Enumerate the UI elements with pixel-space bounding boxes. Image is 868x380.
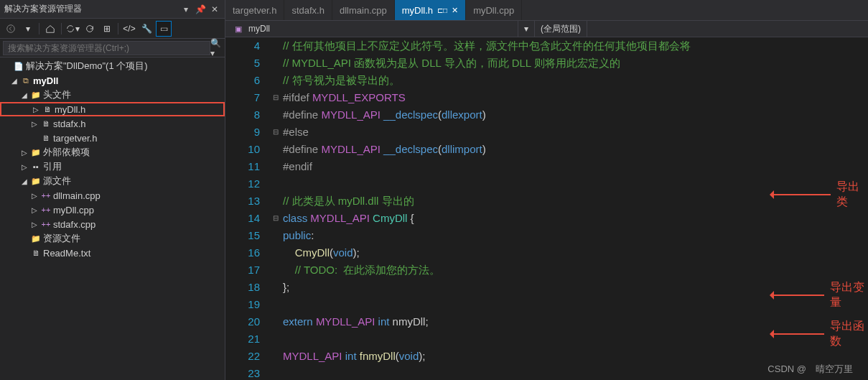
solution-icon: 📄 [13,60,24,72]
refresh-button[interactable] [82,21,98,37]
fold-gutter[interactable]: ⊟⊟⊟ [269,37,283,380]
code-content[interactable]: // 任何其他项目上不应定义此符号。这样，源文件中包含此文件的任何其他项目都会将… [283,37,868,380]
back-button[interactable] [3,21,19,37]
h-file-icon: 🗎 [40,118,52,129]
tab-label: myDll.h [402,5,433,16]
code-editor[interactable]: 4567891011121314151617181920212223 ⊟⊟⊟ /… [225,37,868,380]
folder-icon: 📁 [30,233,42,244]
search-icon[interactable]: 🔍▾ [210,42,222,54]
pin-icon[interactable]: 📌 [195,4,206,15]
close-icon[interactable]: ✕ [452,6,458,15]
editor-area: targetver.hstdafx.hdllmain.cppmyDll.h⊏□✕… [225,0,868,380]
txt-file-icon: 🗎 [30,247,42,259]
folder-icon: 📁 [30,175,42,187]
cpp-file-icon: ++ [40,190,52,201]
solution-explorer: 解决方案资源管理器 ▾ 📌 ✕ ▾ ▾ ⊞ </> 🔧 ▭ 🔍▾ 📄解决方案"D… [0,0,225,380]
explorer-toolbar: ▾ ▾ ⊞ </> 🔧 ▭ [0,19,225,39]
file-mydll-cpp[interactable]: ++myDll.cpp [0,203,225,217]
document-tabs: targetver.hstdafx.hdllmain.cppmyDll.h⊏□✕… [225,0,868,20]
pin-icon[interactable]: ⊏□ [437,6,447,14]
folder-sources[interactable]: 📁源文件 [0,174,225,188]
refs-icon: ▪▪ [30,161,42,172]
nav-scope-class[interactable]: ▣myDll [225,21,518,37]
tab-label: stdafx.h [291,5,325,16]
file-readme[interactable]: 🗎ReadMe.txt [0,246,225,260]
panel-title: 解决方案资源管理器 [4,3,180,15]
solution-tree: 📄解决方案"DllDemo"(1 个项目) ⧉myDll 📁头文件 🗎myDll… [0,57,225,380]
collapse-button[interactable]: ⊞ [99,21,115,37]
navigation-bar: ▣myDll ▾ (全局范围) [225,20,868,37]
line-numbers: 4567891011121314151617181920212223 [225,37,269,380]
file-dllmain-cpp[interactable]: ++dllmain.cpp [0,188,225,203]
preview-button[interactable]: ▭ [156,21,172,37]
tab-label: myDll.cpp [473,5,514,16]
folder-refs[interactable]: ▪▪引用 [0,159,225,174]
showall-button[interactable]: </> [121,21,137,37]
folder-external[interactable]: 📁外部依赖项 [0,145,225,159]
tab-label: targetver.h [233,5,276,16]
properties-button[interactable]: 🔧 [139,21,154,37]
search-input[interactable] [3,41,210,55]
tab-dllmain-cpp[interactable]: dllmain.cpp [332,0,395,20]
tab-targetver-h[interactable]: targetver.h [225,0,284,20]
folder-resources[interactable]: 📁资源文件 [0,231,225,246]
svg-point-0 [7,24,15,32]
sync-button[interactable]: ▾ [65,21,80,37]
dropdown-icon[interactable]: ▾ [180,4,192,15]
nav-scope-global[interactable]: (全局范围) [535,21,587,37]
cpp-file-icon: ▣ [233,23,244,34]
solution-node[interactable]: 📄解决方案"DllDemo"(1 个项目) [0,59,225,73]
close-icon[interactable]: ✕ [209,4,220,15]
folder-icon: 📁 [30,89,42,101]
h-file-icon: 🗎 [40,132,52,144]
folder-headers[interactable]: 📁头文件 [0,88,225,102]
tab-stdafx-h[interactable]: stdafx.h [284,0,332,20]
file-targetver-h[interactable]: 🗎targetver.h [0,131,225,145]
cpp-file-icon: ++ [40,218,52,230]
home-button[interactable] [42,21,58,37]
h-file-icon: 🗎 [42,103,53,115]
file-stdafx-cpp[interactable]: ++stdafx.cpp [0,217,225,231]
tab-myDll-h[interactable]: myDll.h⊏□✕ [395,0,466,20]
search-row: 🔍▾ [0,39,225,57]
folder-icon: 📁 [30,147,42,158]
cpp-file-icon: ++ [40,204,52,216]
project-icon: ⧉ [20,75,32,86]
tab-label: dllmain.cpp [340,5,387,16]
tab-myDll-cpp[interactable]: myDll.cpp [466,0,522,20]
forward-button[interactable]: ▾ [20,21,36,37]
file-mydll-h[interactable]: 🗎myDll.h [0,102,225,116]
file-stdafx-h[interactable]: 🗎stdafx.h [0,116,225,131]
panel-header: 解决方案资源管理器 ▾ 📌 ✕ [0,0,225,19]
nav-dropdown[interactable]: ▾ [518,21,535,37]
project-node[interactable]: ⧉myDll [0,73,225,88]
